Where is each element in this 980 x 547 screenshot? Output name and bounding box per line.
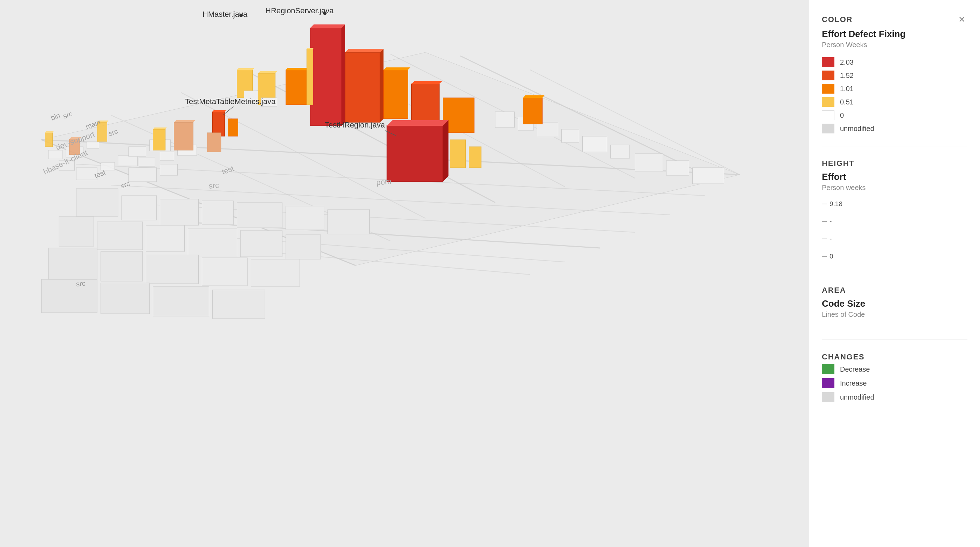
changes-section: CHANGES Decrease Increase unmodified bbox=[822, 352, 967, 415]
height-metric-subtitle: Person weeks bbox=[822, 184, 967, 192]
svg-marker-47 bbox=[310, 24, 345, 28]
svg-point-117 bbox=[323, 11, 327, 15]
svg-rect-18 bbox=[87, 142, 99, 148]
svg-text:src: src bbox=[62, 110, 73, 120]
changes-swatch-decrease bbox=[822, 364, 834, 374]
legend-value-0: 0 bbox=[840, 112, 844, 120]
color-section: COLOR ✕ Effort Defect Fixing Person Week… bbox=[822, 14, 967, 146]
legend-swatch-203 bbox=[822, 57, 834, 67]
changes-item-increase: Increase bbox=[822, 378, 967, 388]
height-section-title: HEIGHT bbox=[822, 159, 967, 168]
svg-point-116 bbox=[240, 14, 243, 17]
svg-marker-37 bbox=[153, 128, 167, 129]
svg-rect-95 bbox=[49, 248, 97, 279]
color-metric-subtitle: Person Weeks bbox=[822, 41, 967, 49]
svg-marker-63 bbox=[213, 110, 226, 112]
svg-rect-57 bbox=[384, 70, 408, 119]
svg-rect-38 bbox=[174, 122, 193, 150]
area-section-title: AREA bbox=[822, 286, 967, 295]
area-section: AREA Code Size Lines of Code bbox=[822, 286, 967, 340]
svg-rect-79 bbox=[693, 167, 724, 184]
svg-rect-71 bbox=[495, 112, 515, 128]
svg-marker-68 bbox=[443, 120, 449, 182]
svg-rect-85 bbox=[202, 201, 234, 225]
svg-rect-100 bbox=[41, 279, 97, 313]
legend-item-unmodified: unmodified bbox=[822, 124, 967, 134]
height-metric-title: Effort bbox=[822, 172, 967, 182]
svg-rect-93 bbox=[240, 231, 282, 257]
svg-marker-58 bbox=[384, 67, 410, 70]
svg-marker-53 bbox=[286, 68, 309, 70]
height-scale-0: 0 bbox=[829, 252, 834, 260]
area-metric-title: Code Size bbox=[822, 298, 967, 309]
svg-rect-96 bbox=[101, 252, 143, 281]
legend-swatch-unmodified bbox=[822, 124, 834, 134]
color-section-title: COLOR bbox=[822, 15, 853, 24]
svg-marker-60 bbox=[412, 81, 442, 84]
legend-value-152: 1.52 bbox=[840, 72, 854, 80]
svg-rect-103 bbox=[213, 290, 265, 319]
svg-rect-70 bbox=[469, 147, 482, 167]
svg-rect-59 bbox=[412, 84, 439, 126]
legend-item-203: 2.03 bbox=[822, 57, 967, 67]
svg-rect-86 bbox=[237, 203, 282, 228]
legend-item-0: 0 bbox=[822, 110, 967, 120]
svg-marker-48 bbox=[342, 24, 345, 126]
svg-rect-31 bbox=[139, 157, 155, 166]
city-map[interactable]: bin src main src dev-support hbase-it-cl… bbox=[0, 0, 809, 547]
svg-text:bin: bin bbox=[49, 112, 61, 122]
svg-rect-55 bbox=[307, 49, 313, 105]
legend-panel: COLOR ✕ Effort Defect Fixing Person Week… bbox=[809, 0, 980, 547]
svg-rect-45 bbox=[261, 98, 277, 107]
legend-item-051: 0.51 bbox=[822, 97, 967, 107]
svg-rect-102 bbox=[153, 286, 209, 316]
changes-label-increase: Increase bbox=[840, 380, 867, 388]
svg-rect-98 bbox=[202, 258, 248, 286]
area-metric-subtitle: Lines of Code bbox=[822, 311, 967, 319]
svg-marker-81 bbox=[523, 96, 545, 98]
svg-rect-69 bbox=[450, 140, 466, 167]
svg-rect-77 bbox=[635, 154, 663, 171]
changes-label-unmodified: unmodified bbox=[840, 393, 874, 401]
svg-marker-28 bbox=[45, 131, 54, 133]
legend-item-101: 1.01 bbox=[822, 84, 967, 94]
svg-rect-64 bbox=[228, 119, 238, 136]
changes-item-unmodified: unmodified bbox=[822, 392, 967, 402]
svg-rect-32 bbox=[160, 152, 174, 160]
svg-rect-101 bbox=[101, 283, 150, 314]
height-section: HEIGHT Effort Person weeks 9.18 - - bbox=[822, 159, 967, 273]
legend-swatch-051 bbox=[822, 97, 834, 107]
svg-marker-51 bbox=[380, 49, 384, 122]
svg-rect-66 bbox=[387, 126, 443, 182]
changes-label-decrease: Decrease bbox=[840, 365, 870, 373]
color-legend: 2.03 1.52 1.01 0.51 0 bbox=[822, 57, 967, 134]
svg-rect-92 bbox=[188, 229, 237, 256]
svg-text:src: src bbox=[76, 279, 86, 288]
changes-item-decrease: Decrease bbox=[822, 364, 967, 374]
height-scale-dash2: - bbox=[829, 235, 832, 243]
legend-swatch-101 bbox=[822, 84, 834, 94]
svg-rect-89 bbox=[59, 217, 94, 246]
svg-rect-74 bbox=[562, 129, 579, 142]
svg-text:src: src bbox=[208, 181, 219, 190]
color-metric-title: Effort Defect Fixing bbox=[822, 29, 967, 40]
close-button[interactable]: ✕ bbox=[956, 14, 967, 25]
svg-rect-35 bbox=[160, 164, 178, 175]
svg-text:pom: pom bbox=[376, 177, 392, 187]
svg-rect-82 bbox=[76, 189, 118, 217]
svg-rect-87 bbox=[286, 206, 325, 230]
changes-swatch-increase bbox=[822, 378, 834, 388]
svg-rect-76 bbox=[611, 145, 630, 158]
svg-rect-90 bbox=[97, 222, 143, 250]
svg-rect-97 bbox=[146, 255, 199, 284]
height-scale-918: 9.18 bbox=[829, 200, 842, 208]
svg-marker-39 bbox=[174, 120, 196, 122]
svg-rect-75 bbox=[583, 136, 607, 152]
svg-rect-44 bbox=[244, 91, 258, 101]
svg-rect-36 bbox=[153, 129, 165, 150]
changes-swatch-unmodified bbox=[822, 392, 834, 402]
svg-rect-73 bbox=[537, 122, 558, 137]
svg-rect-65 bbox=[207, 133, 221, 152]
svg-rect-52 bbox=[286, 70, 307, 105]
svg-rect-49 bbox=[345, 53, 380, 122]
